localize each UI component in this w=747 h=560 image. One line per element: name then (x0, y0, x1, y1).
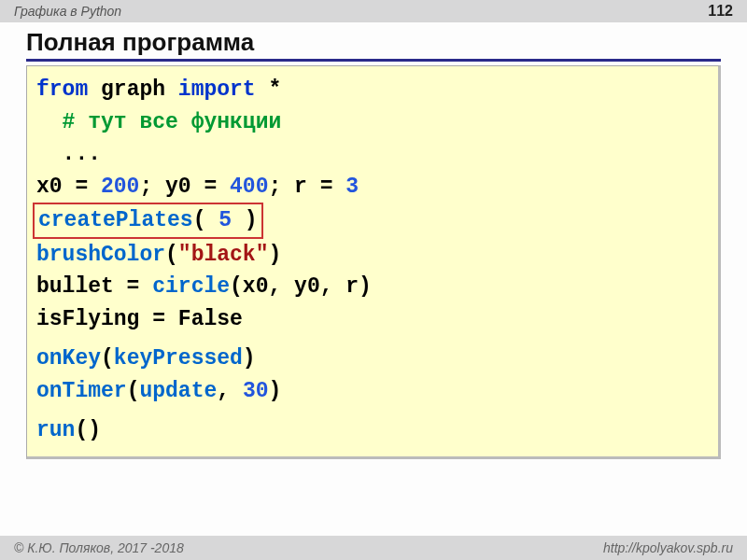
breadcrumb: Графика в Python (14, 0, 121, 22)
code-line: x0 = 200; y0 = 400; r = 3 (36, 171, 709, 203)
code-line-highlight: createPlates( 5 ) (36, 203, 709, 239)
code-line: onTimer(update, 30) (36, 375, 709, 408)
code-line: from graph import * (36, 74, 709, 106)
footer-url: http://kpolyakov.spb.ru (603, 536, 733, 560)
code-block: from graph import * # тут все функции ..… (26, 65, 721, 459)
slide-content: Полная программа from graph import * # т… (0, 22, 747, 459)
slide-header: Графика в Python 112 (0, 0, 747, 22)
code-line: ... (36, 138, 709, 171)
code-line: run() (36, 414, 709, 447)
copyright: © К.Ю. Поляков, 2017 -2018 (14, 536, 184, 560)
page-number: 112 (708, 0, 733, 22)
code-spacer (36, 335, 709, 343)
slide-footer: © К.Ю. Поляков, 2017 -2018 http://kpolya… (0, 536, 747, 560)
code-line: isFlying = False (36, 303, 709, 336)
code-line: onKey(keyPressed) (36, 343, 709, 375)
highlight-box: createPlates( 5 ) (33, 203, 263, 239)
code-line: bullet = circle(x0, y0, r) (36, 271, 709, 303)
code-spacer (36, 407, 709, 414)
code-comment: # тут все функции (36, 106, 709, 139)
code-line: brushColor("black") (36, 239, 709, 272)
page-title: Полная программа (26, 28, 721, 62)
